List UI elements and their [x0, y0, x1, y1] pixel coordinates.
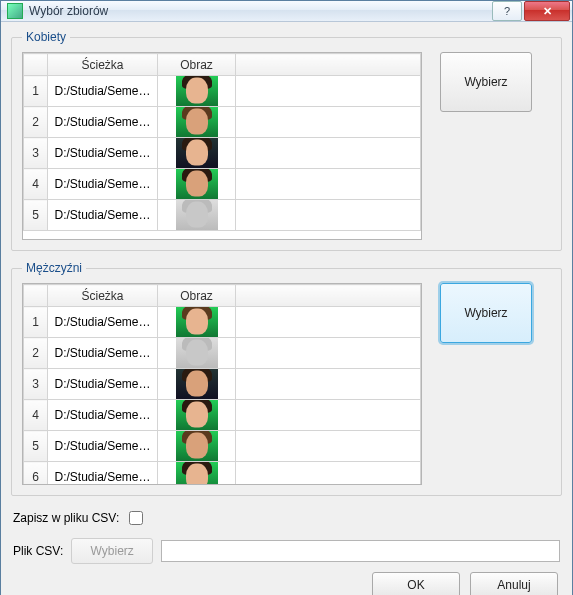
- app-icon: [7, 3, 23, 19]
- csv-save-label: Zapisz w pliku CSV:: [13, 511, 119, 525]
- cell-image: [158, 200, 236, 231]
- women-col-rest: [236, 54, 421, 76]
- close-button[interactable]: ✕: [524, 1, 570, 21]
- cell-empty: [236, 369, 421, 400]
- cell-empty: [236, 138, 421, 169]
- table-row[interactable]: 4 D:/Studia/Seme…: [24, 400, 421, 431]
- cell-empty: [236, 307, 421, 338]
- men-col-path[interactable]: Ścieżka: [48, 285, 158, 307]
- row-index: 4: [24, 400, 48, 431]
- women-corner-header: [24, 54, 48, 76]
- cell-image: [158, 307, 236, 338]
- cell-path: D:/Studia/Seme…: [48, 138, 158, 169]
- titlebar-buttons: ? ✕: [490, 1, 570, 21]
- row-index: 1: [24, 307, 48, 338]
- dialog-window: Wybór zbiorów ? ✕ Kobiety Ście: [0, 0, 573, 595]
- men-corner-header: [24, 285, 48, 307]
- row-index: 4: [24, 169, 48, 200]
- cell-image: [158, 138, 236, 169]
- ok-button[interactable]: OK: [372, 572, 460, 595]
- cell-image: [158, 400, 236, 431]
- titlebar: Wybór zbiorów ? ✕: [1, 1, 572, 22]
- row-index: 5: [24, 200, 48, 231]
- cell-empty: [236, 338, 421, 369]
- table-row[interactable]: 3 D:/Studia/Seme…: [24, 138, 421, 169]
- table-row[interactable]: 5 D:/Studia/Seme…: [24, 200, 421, 231]
- face-thumb-icon: [176, 76, 218, 106]
- women-table-wrap: Ścieżka Obraz 1 D:/Studia/Seme…: [22, 52, 422, 240]
- cell-image: [158, 76, 236, 107]
- cell-path: D:/Studia/Seme…: [48, 431, 158, 462]
- table-row[interactable]: 1 D:/Studia/Seme…: [24, 307, 421, 338]
- table-row[interactable]: 3 D:/Studia/Seme…: [24, 369, 421, 400]
- cell-path: D:/Studia/Seme…: [48, 338, 158, 369]
- cell-path: D:/Studia/Seme…: [48, 107, 158, 138]
- cell-path: D:/Studia/Seme…: [48, 307, 158, 338]
- group-men-row: Ścieżka Obraz 1 D:/Studia/Seme…: [22, 283, 551, 485]
- cell-image: [158, 462, 236, 485]
- women-table-viewport[interactable]: Ścieżka Obraz 1 D:/Studia/Seme…: [23, 53, 421, 239]
- cell-image: [158, 107, 236, 138]
- cell-path: D:/Studia/Seme…: [48, 76, 158, 107]
- row-index: 5: [24, 431, 48, 462]
- men-col-rest: [236, 285, 421, 307]
- help-icon: ?: [504, 5, 510, 17]
- table-row[interactable]: 6 D:/Studia/Seme…: [24, 462, 421, 485]
- cell-path: D:/Studia/Seme…: [48, 400, 158, 431]
- table-row[interactable]: 1 D:/Studia/Seme…: [24, 76, 421, 107]
- group-men-legend: Mężczyźni: [22, 261, 86, 275]
- women-table: Ścieżka Obraz 1 D:/Studia/Seme…: [23, 53, 421, 231]
- cell-image: [158, 431, 236, 462]
- men-table-viewport[interactable]: Ścieżka Obraz 1 D:/Studia/Seme…: [23, 284, 421, 484]
- men-select-button[interactable]: Wybierz: [440, 283, 532, 343]
- cell-path: D:/Studia/Seme…: [48, 200, 158, 231]
- face-thumb-icon: [176, 462, 218, 484]
- csv-save-row: Zapisz w pliku CSV:: [13, 508, 560, 528]
- window-title: Wybór zbiorów: [29, 4, 490, 18]
- cell-empty: [236, 200, 421, 231]
- group-women-row: Ścieżka Obraz 1 D:/Studia/Seme…: [22, 52, 551, 240]
- csv-file-label: Plik CSV:: [13, 544, 63, 558]
- cell-empty: [236, 400, 421, 431]
- cell-path: D:/Studia/Seme…: [48, 462, 158, 485]
- face-thumb-icon: [176, 338, 218, 368]
- client-area: Kobiety Ścieżka Obraz: [1, 22, 572, 595]
- men-table: Ścieżka Obraz 1 D:/Studia/Seme…: [23, 284, 421, 484]
- cell-empty: [236, 107, 421, 138]
- women-select-button[interactable]: Wybierz: [440, 52, 532, 112]
- table-row[interactable]: 2 D:/Studia/Seme…: [24, 338, 421, 369]
- row-index: 3: [24, 369, 48, 400]
- row-index: 3: [24, 138, 48, 169]
- cell-path: D:/Studia/Seme…: [48, 169, 158, 200]
- table-row[interactable]: 2 D:/Studia/Seme…: [24, 107, 421, 138]
- row-index: 2: [24, 107, 48, 138]
- group-men: Mężczyźni Ścieżka Obraz: [11, 261, 562, 496]
- cancel-button[interactable]: Anuluj: [470, 572, 558, 595]
- csv-save-checkbox[interactable]: [129, 511, 143, 525]
- men-col-image[interactable]: Obraz: [158, 285, 236, 307]
- face-thumb-icon: [176, 307, 218, 337]
- csv-browse-button[interactable]: Wybierz: [71, 538, 153, 564]
- face-thumb-icon: [176, 169, 218, 199]
- group-women-legend: Kobiety: [22, 30, 70, 44]
- cell-empty: [236, 76, 421, 107]
- cell-image: [158, 369, 236, 400]
- men-table-wrap: Ścieżka Obraz 1 D:/Studia/Seme…: [22, 283, 422, 485]
- men-table-header: Ścieżka Obraz: [24, 285, 421, 307]
- csv-path-input[interactable]: [161, 540, 560, 562]
- row-index: 1: [24, 76, 48, 107]
- cell-empty: [236, 462, 421, 485]
- table-row[interactable]: 5 D:/Studia/Seme…: [24, 431, 421, 462]
- face-thumb-icon: [176, 369, 218, 399]
- face-thumb-icon: [176, 107, 218, 137]
- table-row[interactable]: 4 D:/Studia/Seme…: [24, 169, 421, 200]
- women-col-image[interactable]: Obraz: [158, 54, 236, 76]
- cell-path: D:/Studia/Seme…: [48, 369, 158, 400]
- cell-image: [158, 338, 236, 369]
- close-icon: ✕: [543, 5, 552, 18]
- row-index: 2: [24, 338, 48, 369]
- face-thumb-icon: [176, 200, 218, 230]
- women-col-path[interactable]: Ścieżka: [48, 54, 158, 76]
- cell-empty: [236, 431, 421, 462]
- help-button[interactable]: ?: [492, 1, 522, 21]
